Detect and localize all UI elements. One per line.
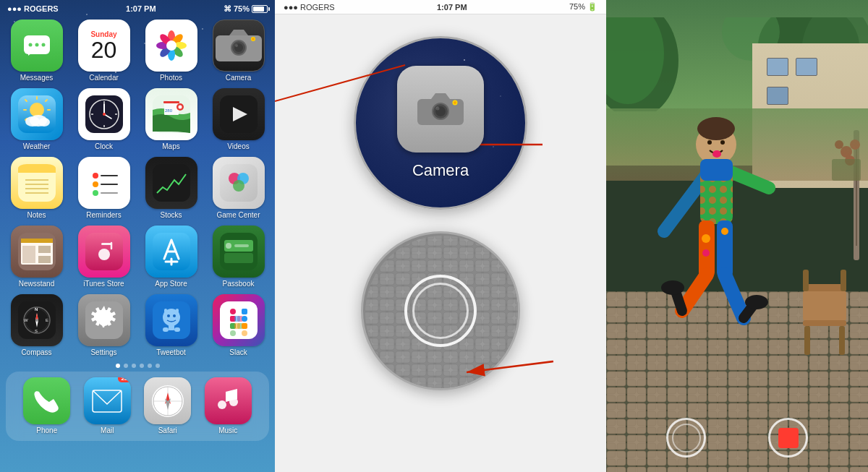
- gamecenter-icon: [213, 157, 265, 209]
- camera-photo-bg: [606, 0, 868, 472]
- svg-text:N: N: [35, 307, 38, 312]
- messages-icon: [11, 20, 63, 72]
- notes-label: Notes: [27, 211, 46, 220]
- svg-rect-69: [38, 256, 51, 263]
- dock-safari[interactable]: Safari: [137, 377, 198, 435]
- slack-label: Slack: [229, 348, 247, 357]
- svg-text:280: 280: [165, 108, 173, 113]
- chair: [796, 270, 854, 356]
- mail-badge: 233: [118, 377, 130, 382]
- dock-music[interactable]: Music: [198, 377, 259, 435]
- app-appstore[interactable]: App Store: [140, 226, 202, 288]
- app-itunes[interactable]: iTunes Store: [73, 226, 135, 288]
- app-newsstand[interactable]: Newsstand: [6, 226, 67, 288]
- compass-icon: N S E W: [11, 294, 63, 346]
- passbook-icon: [213, 226, 265, 278]
- svg-point-4: [41, 43, 45, 47]
- record-inner: [778, 428, 799, 448]
- app-settings[interactable]: Settings: [73, 294, 135, 357]
- svg-point-174: [707, 140, 712, 145]
- calendar-label: Calendar: [89, 74, 119, 82]
- phone-icon: [23, 377, 70, 424]
- app-compass[interactable]: N S E W Compass: [6, 294, 67, 357]
- svg-point-63: [233, 180, 244, 192]
- svg-rect-115: [234, 323, 240, 329]
- svg-rect-164: [839, 326, 845, 355]
- svg-point-19: [235, 44, 238, 47]
- carrier-signal: ●●● ROGERS: [7, 4, 59, 13]
- camera-icon: [213, 20, 265, 72]
- app-photos[interactable]: Photos: [140, 20, 202, 82]
- svg-point-131: [454, 101, 456, 104]
- svg-rect-108: [242, 316, 247, 322]
- music-icon: [205, 377, 252, 424]
- compass-label: Compass: [21, 348, 51, 357]
- clock-icon: [78, 88, 130, 140]
- svg-rect-160: [803, 284, 846, 291]
- app-reminders[interactable]: Reminders: [73, 157, 135, 220]
- calendar-icon: Sunday 20: [78, 20, 130, 72]
- shutter-inner-cam: [672, 424, 701, 452]
- svg-rect-101: [163, 327, 169, 332]
- dock-mail[interactable]: 233 Mail: [77, 377, 138, 435]
- svg-rect-114: [242, 330, 247, 336]
- page-dot-2: [124, 364, 128, 368]
- status-bar: ●●● ROGERS 1:07 PM ⌘ 75%: [0, 0, 275, 16]
- gamecenter-label: Game Center: [216, 211, 260, 220]
- messages-label: Messages: [20, 74, 54, 82]
- camera-app-zoomed: [397, 66, 484, 153]
- svg-rect-116: [93, 390, 122, 412]
- svg-point-80: [226, 243, 231, 249]
- safari-icon: [144, 377, 191, 424]
- app-messages[interactable]: Messages: [6, 20, 67, 82]
- videos-icon: [213, 88, 265, 140]
- app-gamecenter[interactable]: Game Center: [208, 157, 269, 220]
- passbook-label: Passbook: [223, 280, 255, 288]
- svg-rect-113: [242, 323, 247, 329]
- app-tweetbot[interactable]: Tweetbot: [140, 294, 202, 357]
- shutter-button-cam[interactable]: [666, 418, 706, 458]
- svg-rect-161: [803, 291, 846, 320]
- app-maps[interactable]: 280 Maps: [140, 88, 202, 151]
- svg-point-123: [218, 400, 226, 409]
- svg-rect-99: [176, 309, 179, 313]
- svg-point-180: [702, 234, 710, 243]
- record-button[interactable]: [768, 418, 808, 458]
- dock-phone[interactable]: Phone: [17, 377, 77, 435]
- shutter-inner-ring: [412, 283, 469, 339]
- svg-point-182: [702, 249, 710, 257]
- middle-carrier: ●●● ROGERS: [284, 3, 335, 12]
- app-clock[interactable]: Clock: [73, 88, 135, 151]
- svg-rect-67: [22, 246, 35, 263]
- app-stocks[interactable]: Stocks: [140, 157, 202, 220]
- svg-point-21: [252, 38, 255, 40]
- shutter-button-zoomed[interactable]: [404, 275, 477, 347]
- app-slack[interactable]: Slack: [208, 294, 269, 357]
- svg-rect-37: [163, 101, 179, 103]
- mail-icon: 233: [84, 377, 131, 424]
- svg-point-41: [178, 106, 182, 109]
- svg-rect-109: [234, 316, 240, 322]
- svg-point-124: [229, 398, 238, 406]
- app-videos[interactable]: Videos: [208, 88, 269, 151]
- svg-rect-72: [101, 243, 111, 245]
- tweetbot-label: Tweetbot: [156, 348, 186, 357]
- page-dots: [0, 364, 275, 368]
- app-weather[interactable]: Weather: [6, 88, 67, 151]
- middle-content: ●●● ROGERS 1:07 PM 75% 🔋 Camera: [275, 0, 606, 472]
- app-camera[interactable]: Camera: [208, 20, 269, 82]
- calendar-day-number: 20: [91, 38, 117, 61]
- svg-point-13: [166, 40, 176, 51]
- dock-mail-label: Mail: [101, 426, 114, 435]
- app-calendar[interactable]: Sunday 20 Calendar: [73, 20, 135, 82]
- reminders-icon: [78, 157, 130, 209]
- svg-point-181: [721, 228, 728, 235]
- app-notes[interactable]: Notes: [6, 157, 67, 220]
- newsstand-label: Newsstand: [19, 280, 54, 288]
- app-passbook[interactable]: Passbook: [208, 226, 269, 288]
- camera-controls: [606, 418, 868, 458]
- svg-point-176: [712, 150, 721, 158]
- svg-point-2: [28, 43, 32, 47]
- svg-point-129: [436, 107, 440, 111]
- maps-label: Maps: [162, 142, 179, 151]
